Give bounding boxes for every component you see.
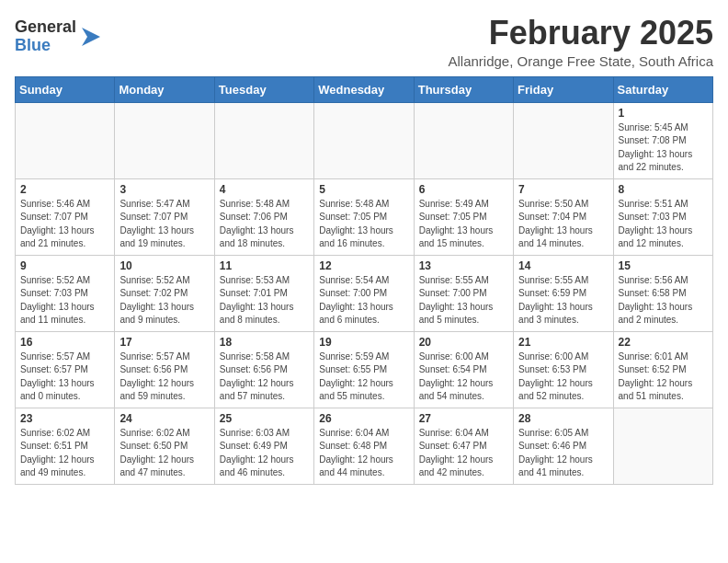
day-info: Sunrise: 5:52 AM Sunset: 7:03 PM Dayligh…: [20, 274, 109, 327]
day-info: Sunrise: 5:57 AM Sunset: 6:57 PM Dayligh…: [20, 350, 109, 404]
day-number: 28: [518, 412, 608, 425]
day-number: 1: [619, 107, 708, 120]
col-monday: Monday: [115, 76, 214, 102]
day-number: 11: [220, 259, 309, 272]
day-info: Sunrise: 6:04 AM Sunset: 6:48 PM Dayligh…: [319, 427, 408, 480]
table-row: 7Sunrise: 5:50 AM Sunset: 7:04 PM Daylig…: [514, 178, 613, 255]
day-info: Sunrise: 5:59 AM Sunset: 6:55 PM Dayligh…: [319, 350, 408, 404]
day-number: 6: [419, 183, 508, 196]
table-row: 27Sunrise: 6:04 AM Sunset: 6:47 PM Dayli…: [414, 408, 513, 484]
day-info: Sunrise: 5:58 AM Sunset: 6:56 PM Dayligh…: [220, 350, 309, 404]
table-row: 5Sunrise: 5:48 AM Sunset: 7:05 PM Daylig…: [314, 178, 414, 255]
title-block: February 2025 Allanridge, Orange Free St…: [449, 15, 714, 69]
day-number: 22: [619, 336, 708, 349]
day-number: 15: [619, 259, 708, 272]
col-saturday: Saturday: [613, 76, 712, 102]
day-info: Sunrise: 5:54 AM Sunset: 7:00 PM Dayligh…: [319, 274, 408, 327]
day-info: Sunrise: 6:03 AM Sunset: 6:49 PM Dayligh…: [220, 427, 309, 480]
col-thursday: Thursday: [414, 76, 513, 102]
table-row: 15Sunrise: 5:56 AM Sunset: 6:58 PM Dayli…: [613, 255, 712, 331]
day-number: 20: [419, 336, 508, 349]
day-info: Sunrise: 6:00 AM Sunset: 6:54 PM Dayligh…: [419, 350, 508, 404]
day-info: Sunrise: 5:52 AM Sunset: 7:02 PM Dayligh…: [119, 274, 209, 327]
table-row: 13Sunrise: 5:55 AM Sunset: 7:00 PM Dayli…: [414, 255, 513, 331]
table-row: [115, 102, 214, 178]
col-wednesday: Wednesday: [314, 76, 414, 102]
calendar-week-row: 16Sunrise: 5:57 AM Sunset: 6:57 PM Dayli…: [16, 331, 713, 408]
table-row: 11Sunrise: 5:53 AM Sunset: 7:01 PM Dayli…: [214, 255, 313, 331]
day-number: 16: [20, 336, 109, 349]
day-number: 10: [119, 259, 209, 272]
table-row: 4Sunrise: 5:48 AM Sunset: 7:06 PM Daylig…: [214, 178, 313, 255]
day-info: Sunrise: 5:51 AM Sunset: 7:03 PM Dayligh…: [619, 198, 708, 251]
day-number: 9: [20, 259, 109, 272]
table-row: 2Sunrise: 5:46 AM Sunset: 7:07 PM Daylig…: [16, 178, 115, 255]
table-row: [414, 102, 513, 178]
day-number: 7: [518, 183, 608, 196]
calendar-week-row: 2Sunrise: 5:46 AM Sunset: 7:07 PM Daylig…: [16, 178, 713, 255]
day-number: 27: [419, 412, 508, 425]
day-number: 26: [319, 412, 408, 425]
table-row: 16Sunrise: 5:57 AM Sunset: 6:57 PM Dayli…: [16, 331, 115, 408]
month-title: February 2025: [449, 15, 714, 52]
day-number: 3: [119, 183, 209, 196]
day-info: Sunrise: 5:55 AM Sunset: 7:00 PM Dayligh…: [419, 274, 508, 327]
calendar-header-row: Sunday Monday Tuesday Wednesday Thursday…: [16, 76, 713, 102]
day-number: 5: [319, 183, 408, 196]
day-info: Sunrise: 5:49 AM Sunset: 7:05 PM Dayligh…: [419, 198, 508, 251]
table-row: 19Sunrise: 5:59 AM Sunset: 6:55 PM Dayli…: [314, 331, 414, 408]
table-row: 24Sunrise: 6:02 AM Sunset: 6:50 PM Dayli…: [115, 408, 214, 484]
page-header: General Blue February 2025 Allanridge, O…: [15, 15, 713, 69]
day-info: Sunrise: 5:48 AM Sunset: 7:05 PM Dayligh…: [319, 198, 408, 251]
location: Allanridge, Orange Free State, South Afr…: [449, 53, 714, 69]
day-info: Sunrise: 6:05 AM Sunset: 6:46 PM Dayligh…: [518, 427, 608, 480]
svg-marker-0: [82, 28, 100, 46]
day-info: Sunrise: 5:50 AM Sunset: 7:04 PM Dayligh…: [518, 198, 608, 251]
day-info: Sunrise: 6:01 AM Sunset: 6:52 PM Dayligh…: [619, 350, 708, 404]
day-info: Sunrise: 5:47 AM Sunset: 7:07 PM Dayligh…: [119, 198, 209, 251]
table-row: 1Sunrise: 5:45 AM Sunset: 7:08 PM Daylig…: [613, 102, 712, 178]
day-number: 24: [119, 412, 209, 425]
day-number: 4: [220, 183, 309, 196]
calendar-week-row: 9Sunrise: 5:52 AM Sunset: 7:03 PM Daylig…: [16, 255, 713, 331]
day-info: Sunrise: 5:53 AM Sunset: 7:01 PM Dayligh…: [220, 274, 309, 327]
day-number: 13: [419, 259, 508, 272]
day-number: 18: [220, 336, 309, 349]
day-info: Sunrise: 5:46 AM Sunset: 7:07 PM Dayligh…: [20, 198, 109, 251]
day-number: 19: [319, 336, 408, 349]
table-row: 20Sunrise: 6:00 AM Sunset: 6:54 PM Dayli…: [414, 331, 513, 408]
day-info: Sunrise: 5:56 AM Sunset: 6:58 PM Dayligh…: [619, 274, 708, 327]
logo-icon: [78, 24, 104, 50]
table-row: 9Sunrise: 5:52 AM Sunset: 7:03 PM Daylig…: [16, 255, 115, 331]
day-info: Sunrise: 6:02 AM Sunset: 6:51 PM Dayligh…: [20, 427, 109, 480]
day-number: 25: [220, 412, 309, 425]
day-number: 21: [518, 336, 608, 349]
col-sunday: Sunday: [16, 76, 115, 102]
calendar-week-row: 23Sunrise: 6:02 AM Sunset: 6:51 PM Dayli…: [16, 408, 713, 484]
calendar-table: Sunday Monday Tuesday Wednesday Thursday…: [15, 76, 713, 485]
table-row: 14Sunrise: 5:55 AM Sunset: 6:59 PM Dayli…: [514, 255, 613, 331]
calendar-week-row: 1Sunrise: 5:45 AM Sunset: 7:08 PM Daylig…: [16, 102, 713, 178]
day-info: Sunrise: 5:57 AM Sunset: 6:56 PM Dayligh…: [119, 350, 209, 404]
day-info: Sunrise: 6:00 AM Sunset: 6:53 PM Dayligh…: [518, 350, 608, 404]
col-friday: Friday: [514, 76, 613, 102]
day-info: Sunrise: 6:04 AM Sunset: 6:47 PM Dayligh…: [419, 427, 508, 480]
table-row: 3Sunrise: 5:47 AM Sunset: 7:07 PM Daylig…: [115, 178, 214, 255]
day-number: 8: [619, 183, 708, 196]
table-row: [613, 408, 712, 484]
table-row: 25Sunrise: 6:03 AM Sunset: 6:49 PM Dayli…: [214, 408, 313, 484]
logo-blue-text: Blue: [15, 37, 76, 55]
day-number: 23: [20, 412, 109, 425]
table-row: [314, 102, 414, 178]
table-row: 23Sunrise: 6:02 AM Sunset: 6:51 PM Dayli…: [16, 408, 115, 484]
day-number: 2: [20, 183, 109, 196]
table-row: [514, 102, 613, 178]
logo: General Blue: [15, 18, 104, 55]
logo-general-text: General: [15, 18, 76, 37]
day-number: 12: [319, 259, 408, 272]
table-row: 8Sunrise: 5:51 AM Sunset: 7:03 PM Daylig…: [613, 178, 712, 255]
table-row: [214, 102, 313, 178]
day-info: Sunrise: 6:02 AM Sunset: 6:50 PM Dayligh…: [119, 427, 209, 480]
table-row: 21Sunrise: 6:00 AM Sunset: 6:53 PM Dayli…: [514, 331, 613, 408]
table-row: 6Sunrise: 5:49 AM Sunset: 7:05 PM Daylig…: [414, 178, 513, 255]
